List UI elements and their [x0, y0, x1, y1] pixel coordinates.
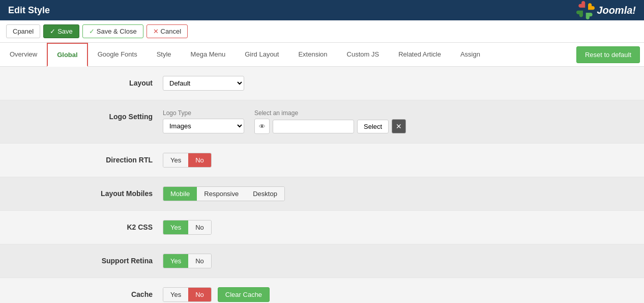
tab-style[interactable]: Style	[147, 43, 181, 66]
toolbar: Cpanel ✓ Save ✓ Save & Close ✕ Cancel	[0, 20, 644, 43]
direction-rtl-row: Direction RTL Yes No	[0, 144, 644, 177]
reset-to-default-button[interactable]: Reset to default	[576, 46, 640, 63]
cache-control: Yes No Clear Cache	[163, 287, 634, 302]
cpanel-button[interactable]: Cpanel	[6, 24, 40, 38]
joomla-logo: Joomla!	[576, 1, 636, 19]
layout-mobiles-control: Mobile Responsive Desktop	[163, 186, 634, 201]
clear-cache-button[interactable]: Clear Cache	[218, 287, 270, 302]
tab-mega-menu[interactable]: Mega Menu	[181, 43, 236, 66]
clear-image-button[interactable]: ✕	[392, 119, 406, 133]
cache-toggle: Yes No	[163, 287, 212, 302]
cache-no-button[interactable]: No	[188, 288, 211, 301]
direction-rtl-yes-button[interactable]: Yes	[163, 153, 188, 167]
mobile-button[interactable]: Mobile	[163, 187, 197, 201]
tabs-bar: Overview Global Google Fonts Style Mega …	[0, 43, 644, 67]
support-retina-row: Support Retina Yes No	[0, 244, 644, 278]
logo-setting-label: Logo Setting	[10, 109, 163, 121]
k2-css-row: K2 CSS Yes No	[0, 211, 644, 244]
logo-setting-row: Logo Setting Logo Type Images Text None …	[0, 100, 644, 144]
tab-assign[interactable]: Assign	[451, 43, 490, 66]
k2-css-control: Yes No	[163, 220, 634, 235]
cancel-x-icon: ✕	[153, 27, 159, 35]
layout-mobiles-row: Layout Mobiles Mobile Responsive Desktop	[0, 177, 644, 211]
eye-icon[interactable]: 👁	[254, 119, 270, 134]
k2-css-no-button[interactable]: No	[188, 221, 211, 234]
cancel-button[interactable]: ✕ Cancel	[147, 24, 188, 38]
layout-control: Default Boxed Wide	[163, 76, 634, 91]
responsive-button[interactable]: Responsive	[197, 187, 246, 201]
support-retina-label: Support Retina	[10, 254, 163, 265]
direction-rtl-toggle: Yes No	[163, 153, 212, 168]
save-check-icon: ✓	[50, 27, 55, 35]
logo-setting-control: Logo Type Images Text None Select an ima…	[163, 109, 634, 134]
logo-type-select[interactable]: Images Text None	[163, 119, 244, 133]
layout-mobiles-label: Layout Mobiles	[10, 186, 163, 198]
logo-type-label: Logo Type	[163, 109, 244, 117]
tab-extension[interactable]: Extension	[288, 43, 337, 66]
layout-label: Layout	[10, 76, 163, 87]
save-close-button[interactable]: ✓ Save & Close	[82, 24, 143, 38]
form-content: Layout Default Boxed Wide Logo Setting L…	[0, 67, 644, 303]
save-close-check-icon: ✓	[89, 27, 95, 35]
tab-custom-js[interactable]: Custom JS	[337, 43, 389, 66]
cache-yes-button[interactable]: Yes	[163, 288, 188, 301]
joomla-logo-icon	[576, 1, 595, 19]
tab-google-fonts[interactable]: Google Fonts	[88, 43, 147, 66]
tab-gird-layout[interactable]: Gird Layout	[235, 43, 288, 66]
support-retina-yes-button[interactable]: Yes	[163, 254, 188, 268]
layout-mobiles-toggle: Mobile Responsive Desktop	[163, 186, 285, 201]
k2-css-yes-button[interactable]: Yes	[163, 221, 188, 234]
cache-label: Cache	[10, 287, 163, 298]
layout-row: Layout Default Boxed Wide	[0, 67, 644, 100]
select-image-label: Select an image	[254, 109, 406, 117]
tab-overview[interactable]: Overview	[0, 43, 47, 66]
tab-related-article[interactable]: Related Article	[389, 43, 451, 66]
k2-css-label: K2 CSS	[10, 220, 163, 231]
direction-rtl-label: Direction RTL	[10, 153, 163, 164]
layout-select[interactable]: Default Boxed Wide	[163, 76, 244, 91]
logo-type-group: Logo Type Images Text None	[163, 109, 244, 133]
page-title: Edit Style	[8, 5, 50, 16]
k2-css-toggle: Yes No	[163, 220, 212, 235]
support-retina-toggle: Yes No	[163, 254, 212, 268]
support-retina-no-button[interactable]: No	[188, 254, 211, 268]
header: Edit Style Joomla!	[0, 0, 644, 20]
desktop-button[interactable]: Desktop	[246, 187, 284, 201]
support-retina-control: Yes No	[163, 254, 634, 268]
direction-rtl-control: Yes No	[163, 153, 634, 168]
cache-row: Cache Yes No Clear Cache	[0, 278, 644, 303]
joomla-logo-text: Joomla!	[597, 5, 636, 16]
image-select-group: Select an image 👁 Select ✕	[254, 109, 406, 134]
image-select-row: 👁 Select ✕	[254, 119, 406, 134]
tabs-right: Reset to default	[576, 43, 644, 66]
save-button[interactable]: ✓ Save	[43, 24, 79, 38]
select-image-button[interactable]: Select	[357, 120, 389, 133]
tab-global[interactable]: Global	[47, 43, 87, 67]
image-path-input[interactable]	[273, 120, 354, 133]
direction-rtl-no-button[interactable]: No	[188, 153, 211, 167]
